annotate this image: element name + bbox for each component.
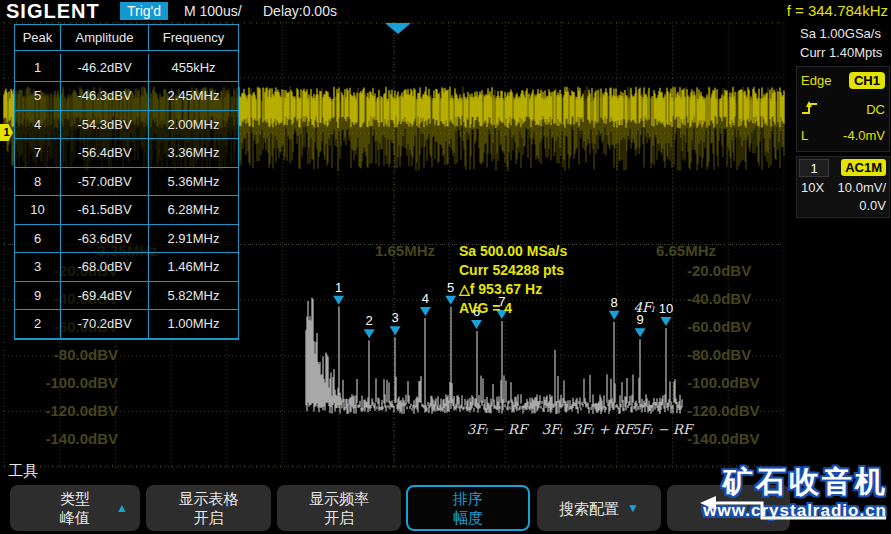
trigger-source-badge: CH1 [849, 72, 885, 89]
fft-db-label-right: -80.0dBV [687, 346, 751, 363]
harmonic-label: 4Fₗ [633, 299, 654, 315]
mixer-product-label: 5Fₗ − RF [632, 421, 693, 437]
trigger-coupling-label: DC [866, 102, 885, 117]
menu-button-label: 显示频率 [309, 489, 369, 508]
menu-button-search-config[interactable]: 搜索配置▼ [537, 485, 661, 531]
peak-table-cell: 5.36MHz [149, 168, 238, 197]
peak-marker-number-8: 8 [611, 295, 618, 310]
siglent-logo: SIGLENT [6, 0, 100, 23]
peak-table-cell: -69.4dBV [61, 282, 149, 311]
fft-info-line: Curr 524288 pts [459, 261, 567, 280]
channel1-number-tab: 1 [799, 159, 829, 177]
peak-table-cell: 2.91MHz [149, 225, 238, 254]
fft-freq-label: 6.65MHz [656, 242, 716, 259]
fft-info-block: Sa 500.00 MSa/sCurr 524288 pts△f 953.67 … [459, 242, 567, 318]
peak-table-cell: -61.5dBV [61, 196, 149, 225]
peak-marker-triangle-9 [635, 328, 646, 337]
peak-table-cell: -70.2dBV [61, 310, 149, 339]
trigger-status-badge: Trig'd [120, 2, 168, 20]
trigger-info-panel: Edge CH1 DC L -4.0mV [796, 66, 890, 152]
peak-marker-triangle-2 [364, 329, 375, 338]
peak-marker-triangle-3 [390, 326, 401, 335]
rising-edge-icon [801, 100, 819, 119]
fft-freq-label: 1.65MHz [375, 242, 435, 259]
peak-table-cell: 4 [15, 111, 61, 140]
fft-db-label-right: -40.0dBV [687, 290, 751, 307]
peak-marker-triangle-10 [660, 317, 671, 326]
peak-table-cell: 2 [15, 310, 61, 339]
frequency-counter: f = 344.784kHz [787, 2, 888, 19]
fft-db-label-left: -140.0dBV [45, 430, 118, 447]
memory-depth-readout: Curr 1.40Mpts [800, 45, 882, 60]
trigger-type-label: Edge [801, 73, 831, 88]
channel1-coupling-badge: AC1M [841, 159, 886, 176]
peak-table-cell: 7 [15, 139, 61, 168]
peak-marker-number-4: 4 [422, 291, 429, 306]
mixer-product-label: 3Fₗ [541, 421, 562, 437]
trigger-level-value: -4.0mV [843, 128, 885, 143]
peak-table-cell: 1 [15, 54, 61, 83]
peak-table-cell: 2.45MHz [149, 82, 238, 111]
delay-readout: Delay:0.00s [263, 3, 337, 19]
peak-marker-triangle-8 [609, 311, 620, 320]
peak-table-cell: 3.36MHz [149, 139, 238, 168]
peak-table-cell: 5 [15, 82, 61, 111]
trigger-level-label: L [801, 128, 808, 143]
oscilloscope-screen: 12345678910 -20.0dBV-20.0dBV-40.0dBV-40.… [0, 0, 891, 534]
fft-db-label-left: -120.0dBV [45, 402, 118, 419]
channel1-probe-readout: 10X [801, 180, 824, 195]
peak-table-header-cell: Peak [15, 25, 61, 51]
menu-button-label: 类型 [60, 489, 90, 508]
peak-marker-triangle-5 [445, 296, 456, 305]
menu-button-show-table[interactable]: 显示表格开启 [146, 485, 271, 531]
peak-table-cell: 9 [15, 282, 61, 311]
peak-table-cell: -57.0dBV [61, 168, 149, 197]
peak-table-cell: -46.2dBV [61, 54, 149, 83]
peak-table-cell: -56.4dBV [61, 139, 149, 168]
watermark-title: 矿石收音机 [723, 462, 888, 503]
menu-title: 工具 [8, 462, 38, 481]
peak-marker-number-1: 1 [335, 280, 342, 295]
peak-table-cell: -68.0dBV [61, 253, 149, 282]
peak-table-header-cell: Frequency [149, 25, 238, 51]
fft-db-label-right: -100.0dBV [687, 374, 760, 391]
peak-table-cell: 455kHz [149, 54, 238, 83]
fft-db-label-right: -140.0dBV [687, 430, 760, 447]
fft-info-line: △f 953.67 Hz [459, 280, 567, 299]
menu-button-label: 显示表格 [179, 489, 239, 508]
peak-marker-triangle-4 [420, 307, 431, 316]
channel1-scale-readout: 10.0mV/ [838, 180, 886, 195]
peak-marker-number-3: 3 [391, 310, 398, 325]
menu-button-type[interactable]: 类型峰值▲ [10, 485, 140, 531]
menu-button-label: 搜索配置 [559, 499, 619, 518]
menu-button-value: 开启 [324, 508, 354, 527]
menu-button-value: 幅度 [453, 508, 483, 527]
peak-marker-number-10: 10 [659, 301, 673, 316]
peak-table-cell: 1.00MHz [149, 310, 238, 339]
fft-db-label-left: -80.0dBV [54, 346, 118, 363]
peak-table-cell: 1.46MHz [149, 253, 238, 282]
peak-marker-number-5: 5 [447, 280, 454, 295]
chevron-up-icon: ▲ [116, 499, 128, 518]
peak-table-cell: -46.3dBV [61, 82, 149, 111]
channel1-offset-readout: 0.0V [859, 198, 886, 213]
fft-info-line: Sa 500.00 MSa/s [459, 242, 567, 261]
trigger-position-marker [385, 23, 411, 34]
peak-table-cell: 8 [15, 168, 61, 197]
peak-table-cell: 6 [15, 225, 61, 254]
peak-marker-number-2: 2 [366, 313, 373, 328]
channel1-info-panel: 1 AC1M 10X 10.0mV/ 0.0V [796, 156, 890, 218]
menu-button-show-frequency[interactable]: 显示频率开启 [277, 485, 401, 531]
right-sidebar: Sa 1.00GSa/s Curr 1.40Mpts Edge CH1 DC L… [795, 22, 891, 468]
timebase-readout: M 100us/ [184, 3, 242, 19]
sample-rate-readout: Sa 1.00GSa/s [800, 26, 881, 41]
peak-table-cell: -54.3dBV [61, 111, 149, 140]
watermark-url: www.crystalradio.cn [703, 501, 887, 521]
fft-db-label-right: -20.0dBV [687, 262, 751, 279]
mixer-product-label: 3Fₗ − RF [467, 421, 528, 437]
top-status-bar: SIGLENT Trig'd M 100us/ Delay:0.00s f = … [0, 0, 891, 22]
peak-table-cell: 5.82MHz [149, 282, 238, 311]
menu-button-sort[interactable]: 排序幅度 [406, 485, 530, 531]
peak-table-cell: 2.00MHz [149, 111, 238, 140]
fft-info-line: AVG = 4 [459, 299, 567, 318]
